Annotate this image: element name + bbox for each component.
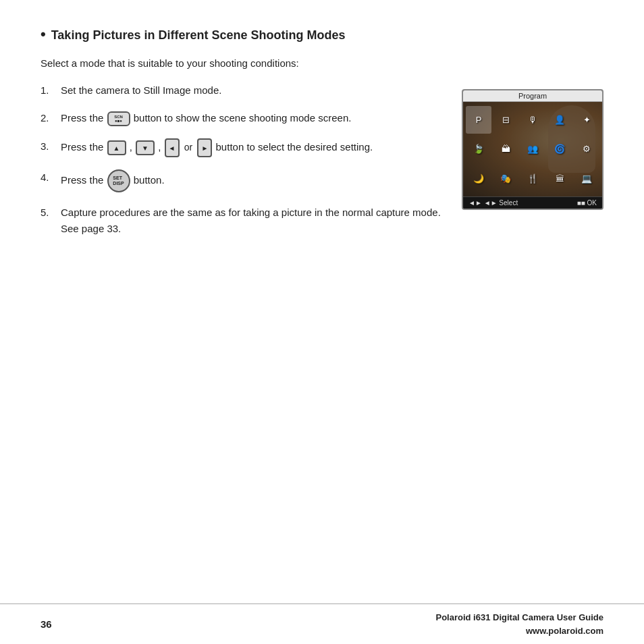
step-2: 2. Press the SCN●■● button to show the s… — [41, 110, 441, 126]
cam-ok-text: ■■ OK — [577, 199, 597, 207]
step-2-num: 2. — [41, 110, 55, 126]
step-3-text: Press the ▲ , ▼ , ◄ or ► button to selec… — [61, 138, 441, 157]
step-1-text: Set the camera to Still Image mode. — [61, 82, 441, 98]
down-button-icon: ▼ — [136, 140, 155, 155]
cam-icon-14: 🏛 — [547, 165, 572, 192]
cam-icon-6: 🍃 — [466, 135, 491, 163]
cam-icon-11: 🌙 — [466, 165, 491, 192]
left-button-icon: ◄ — [165, 138, 180, 157]
intro-text: Select a mode that is suitable to your s… — [41, 57, 603, 69]
cam-select-text: ◄► Select — [484, 199, 518, 207]
cam-icon-12: 🎭 — [493, 165, 518, 192]
cam-body: P ⊟ 🎙 👤 ✦ 🍃 🏔 👥 🌀 ⚙ 🌙 🎭 🍴 🏛 — [463, 102, 602, 196]
step-4-num: 4. — [41, 169, 55, 192]
cam-icon-5: ✦ — [574, 106, 599, 134]
step-5-num: 5. — [41, 205, 55, 236]
up-button-icon: ▲ — [107, 140, 126, 155]
cam-title-text: Program — [518, 92, 547, 100]
step-1-num: 1. — [41, 82, 55, 98]
steps-area: 1. Set the camera to Still Image mode. 2… — [41, 82, 603, 248]
cam-title-bar: Program — [463, 90, 602, 102]
cam-icon-3: 🎙 — [520, 106, 545, 134]
cam-arrow-icon: ◄► — [468, 199, 482, 207]
bullet-point: • — [41, 27, 46, 42]
cam-icon-2: ⊟ — [493, 106, 518, 134]
step-5: 5. Capture procedures are the same as fo… — [41, 205, 441, 236]
cam-icon-13: 🍴 — [520, 165, 545, 192]
step-2-text: Press the SCN●■● button to show the scen… — [61, 110, 441, 126]
cam-select-label: ◄► ◄► Select — [468, 199, 518, 207]
page-footer: 36 Polaroid i631 Digital Camera User Gui… — [0, 603, 644, 644]
step-3-num: 3. — [41, 138, 55, 157]
step-5-text: Capture procedures are the same as for t… — [61, 205, 441, 236]
scn-button-icon: SCN●■● — [107, 111, 130, 126]
brand-line2: www.polaroid.com — [435, 624, 603, 638]
section-title: • Taking Pictures in Different Scene Sho… — [41, 27, 603, 43]
cam-icon-8: 👥 — [520, 135, 545, 163]
title-text: Taking Pictures in Different Scene Shoot… — [51, 28, 346, 43]
step-4-text: Press the SETDISP button. — [61, 169, 441, 192]
step-3: 3. Press the ▲ , ▼ , ◄ or ► button to se… — [41, 138, 441, 157]
cam-icon-10: ⚙ — [574, 135, 599, 163]
cam-icon-9: 🌀 — [547, 135, 572, 163]
or-text: or — [184, 142, 192, 153]
cam-ok-label: ■■ OK — [577, 199, 597, 207]
brand-line1: Polaroid i631 Digital Camera User Guide — [435, 611, 603, 624]
cam-icon-15: 💻 — [574, 165, 599, 192]
cam-bottom-bar: ◄► ◄► Select ■■ OK — [463, 196, 602, 209]
cam-icon-4: 👤 — [547, 106, 572, 134]
cam-icon-7: 🏔 — [493, 135, 518, 163]
page-number: 36 — [41, 618, 52, 630]
cam-icons-grid: P ⊟ 🎙 👤 ✦ 🍃 🏔 👥 🌀 ⚙ 🌙 🎭 🍴 🏛 — [463, 102, 602, 196]
camera-screen: Program P ⊟ 🎙 👤 ✦ 🍃 🏔 — [462, 89, 603, 210]
set-button-icon: SETDISP — [107, 169, 130, 192]
step-4: 4. Press the SETDISP button. — [41, 169, 441, 192]
steps-list: 1. Set the camera to Still Image mode. 2… — [41, 82, 441, 248]
right-button-icon: ► — [197, 138, 212, 157]
step-1: 1. Set the camera to Still Image mode. — [41, 82, 441, 98]
footer-brand: Polaroid i631 Digital Camera User Guide … — [435, 611, 603, 637]
page-content: • Taking Pictures in Different Scene Sho… — [0, 0, 644, 275]
cam-icon-program: P — [466, 106, 491, 134]
